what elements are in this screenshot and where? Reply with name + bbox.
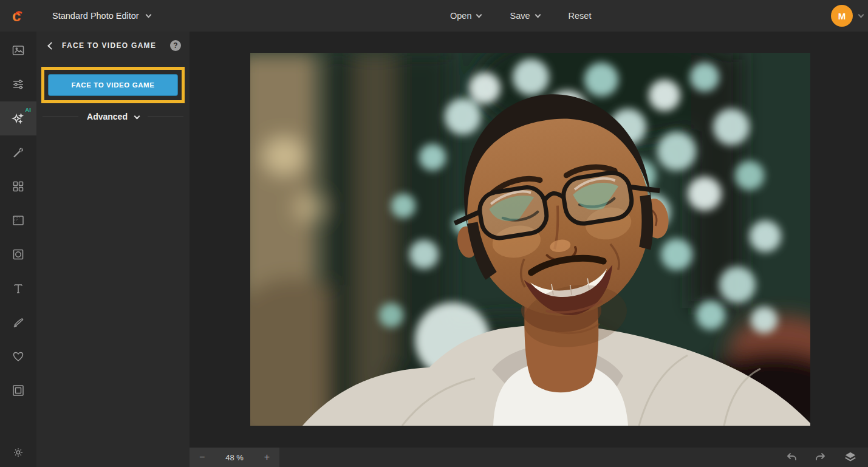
chevron-down-icon[interactable] bbox=[858, 12, 864, 18]
sidebar-item-image[interactable] bbox=[0, 33, 36, 67]
reset-label: Reset bbox=[569, 11, 592, 21]
text-icon bbox=[11, 281, 26, 296]
open-menu[interactable]: Open bbox=[450, 11, 481, 21]
panel-header: FACE TO VIDEO GAME ? bbox=[36, 32, 190, 60]
colorcinch-logo-icon: c bbox=[10, 7, 27, 24]
app-logo[interactable]: c bbox=[0, 0, 36, 32]
divider bbox=[43, 117, 78, 117]
top-bar: c Standard Photo Editor Open Save Reset … bbox=[0, 0, 868, 32]
sidebar-item-overlays[interactable] bbox=[0, 237, 36, 271]
face-to-video-game-button[interactable]: FACE TO VIDEO GAME bbox=[48, 74, 178, 96]
panel-title: FACE TO VIDEO GAME bbox=[62, 41, 170, 50]
redo-icon bbox=[815, 451, 827, 463]
open-label: Open bbox=[450, 11, 471, 21]
settings-gear-icon bbox=[12, 446, 25, 459]
editor-canvas bbox=[190, 32, 868, 448]
adjustments-icon bbox=[11, 77, 26, 92]
zoom-controls: − 48 % + bbox=[190, 448, 279, 467]
tool-sidebar: AI bbox=[0, 32, 36, 467]
divider bbox=[148, 117, 183, 117]
magic-wand-icon bbox=[11, 145, 26, 160]
main-menu: Open Save Reset bbox=[450, 0, 591, 32]
chevron-down-icon bbox=[134, 113, 140, 119]
avatar[interactable]: M bbox=[831, 5, 853, 27]
layers-icon bbox=[844, 451, 857, 464]
sidebar-item-graphics[interactable] bbox=[0, 339, 36, 373]
app-title: Standard Photo Editor bbox=[52, 11, 139, 21]
back-button[interactable] bbox=[45, 39, 57, 52]
sidebar-item-filters[interactable] bbox=[0, 203, 36, 237]
sidebar-item-frames[interactable] bbox=[0, 373, 36, 407]
overlay-icon bbox=[11, 247, 26, 262]
grid-blocks-icon bbox=[11, 179, 26, 194]
sidebar-item-draw[interactable] bbox=[0, 305, 36, 339]
zoom-out-button[interactable]: − bbox=[199, 452, 205, 462]
reset-button[interactable]: Reset bbox=[569, 11, 592, 21]
advanced-label: Advanced bbox=[87, 112, 128, 121]
undo-button[interactable] bbox=[784, 450, 799, 465]
sidebar-item-settings[interactable] bbox=[0, 438, 36, 467]
heart-icon bbox=[11, 349, 26, 364]
redo-button[interactable] bbox=[813, 450, 828, 465]
chevron-down-icon bbox=[145, 12, 151, 18]
help-button[interactable]: ? bbox=[170, 40, 181, 51]
account-area: M bbox=[831, 0, 863, 32]
photo-editor-app: c Standard Photo Editor Open Save Reset … bbox=[0, 0, 868, 467]
ai-tools-icon bbox=[10, 111, 26, 126]
image-icon bbox=[11, 43, 26, 58]
chevron-down-icon bbox=[535, 12, 541, 18]
sidebar-item-text[interactable] bbox=[0, 271, 36, 305]
app-title-dropdown[interactable]: Standard Photo Editor bbox=[52, 0, 151, 32]
layers-button[interactable] bbox=[842, 449, 858, 465]
save-menu[interactable]: Save bbox=[510, 11, 539, 21]
svg-text:c: c bbox=[12, 7, 21, 24]
frame-icon bbox=[11, 383, 26, 398]
ai-tool-panel: FACE TO VIDEO GAME ? FACE TO VIDEO GAME … bbox=[36, 32, 190, 467]
chevron-down-icon bbox=[476, 12, 482, 18]
sidebar-item-adjust[interactable] bbox=[0, 67, 36, 101]
sidebar-item-ai-tools[interactable]: AI bbox=[0, 101, 36, 135]
ai-badge: AI bbox=[25, 107, 31, 113]
bottom-bar: − 48 % + bbox=[190, 448, 868, 467]
sidebar-item-touchup[interactable] bbox=[0, 135, 36, 169]
tutorial-highlight-box: FACE TO VIDEO GAME bbox=[41, 67, 185, 103]
save-label: Save bbox=[510, 11, 530, 21]
canvas-photo[interactable] bbox=[250, 53, 810, 426]
draw-icon bbox=[11, 315, 26, 330]
zoom-in-button[interactable]: + bbox=[264, 452, 270, 462]
chevron-left-icon bbox=[47, 42, 55, 50]
sidebar-item-effects[interactable] bbox=[0, 169, 36, 203]
advanced-toggle[interactable]: Advanced bbox=[43, 112, 183, 121]
undo-icon bbox=[785, 451, 798, 463]
filters-icon bbox=[11, 213, 26, 228]
history-controls bbox=[784, 449, 868, 465]
zoom-level: 48 % bbox=[225, 453, 244, 462]
